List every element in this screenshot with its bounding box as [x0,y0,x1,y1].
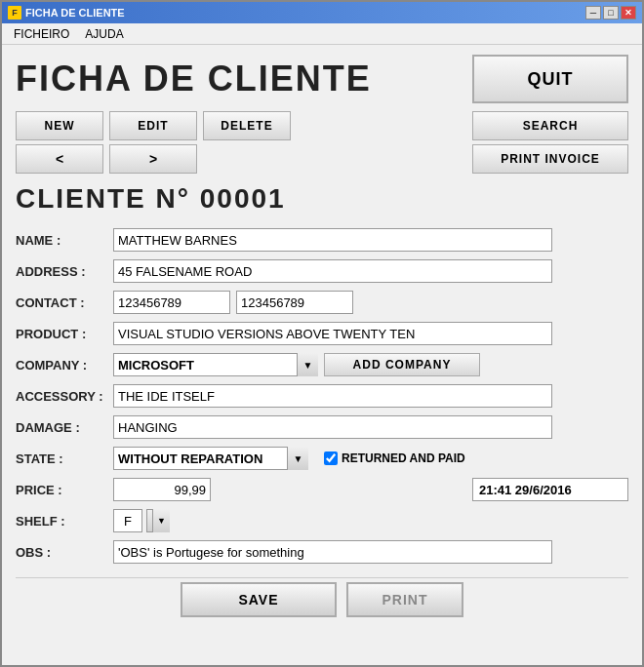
edit-button[interactable]: EDIT [109,111,197,140]
contact-row: CONTACT : [16,289,628,316]
name-row: NAME : [16,226,628,254]
company-select[interactable]: MICROSOFT [113,353,318,376]
right-buttons: SEARCH PRINT INVOICE [472,111,628,174]
print-button[interactable]: PRINT [346,582,463,617]
datetime-display: 21:41 29/6/2016 [472,478,628,501]
company-controls: MICROSOFT ▼ ADD COMPANY [113,353,480,376]
menu-ajuda[interactable]: AJUDA [77,25,131,43]
price-label: PRICE : [16,483,113,497]
quit-button[interactable]: QUIT [472,55,628,103]
contact-inputs [113,291,353,314]
minimize-button[interactable]: ─ [585,6,601,20]
bottom-buttons: SAVE PRINT [16,577,628,617]
buttons-row1: NEW EDIT DELETE [16,111,291,140]
price-right-area: 21:41 29/6/2016 [472,478,628,501]
accessory-input[interactable] [113,384,552,408]
shelf-controls: F ▼ [113,509,170,532]
header-row: FICHA DE CLIENTE QUIT [16,55,628,103]
window-title: FICHA DE CLIENTE [25,7,125,19]
obs-row: OBS : [16,538,628,566]
shelf-input[interactable] [113,509,142,532]
damage-row: DAMAGE : [16,413,628,441]
obs-input[interactable] [113,540,552,564]
title-bar: F FICHA DE CLIENTE ─ □ ✕ [2,2,642,23]
accessory-label: ACCESSORY : [16,389,113,404]
accessory-row: ACCESSORY : [16,382,628,410]
shelf-row: SHELF : F ▼ [16,507,628,534]
returned-paid-checkbox[interactable] [324,451,338,465]
add-company-button[interactable]: ADD COMPANY [324,353,480,376]
contact1-input[interactable] [113,291,230,314]
delete-button[interactable]: DELETE [203,111,291,140]
address-label: ADDRESS : [16,264,113,279]
contact-label: CONTACT : [16,295,113,310]
state-row: STATE : WITHOUT REPARATION ▼ RETURNED AN… [16,445,628,472]
app-title: FICHA DE CLIENTE [16,59,372,99]
company-select-wrapper: MICROSOFT ▼ [113,353,318,376]
client-label: CLIENTE N° [16,183,190,214]
buttons-area: NEW EDIT DELETE < > SEARCH PRINT INVOICE [16,111,628,174]
client-number-value: 00001 [200,183,286,214]
menu-ficheiro[interactable]: FICHEIRO [6,25,77,43]
product-row: PRODUCT : [16,320,628,347]
form-area: NAME : ADDRESS : CONTACT : PRODUCT : [16,226,628,566]
damage-input[interactable] [113,415,552,439]
product-input[interactable] [113,322,552,345]
name-label: NAME : [16,233,113,248]
print-invoice-button[interactable]: PRINT INVOICE [472,144,628,174]
buttons-row2: < > [16,144,291,174]
state-controls: WITHOUT REPARATION ▼ RETURNED AND PAID [113,447,465,470]
damage-label: DAMAGE : [16,420,113,435]
company-label: COMPANY : [16,358,113,373]
title-bar-buttons: ─ □ ✕ [585,6,636,20]
main-window: F FICHA DE CLIENTE ─ □ ✕ FICHEIRO AJUDA … [0,0,644,667]
shelf-dropdown-wrapper: F ▼ [146,509,170,532]
product-label: PRODUCT : [16,327,113,341]
address-row: ADDRESS : [16,257,628,285]
name-input[interactable] [113,228,552,252]
menu-bar: FICHEIRO AJUDA [2,23,642,45]
returned-paid-text: RETURNED AND PAID [342,451,465,465]
client-number: CLIENTE N° 00001 [16,183,628,215]
next-button[interactable]: > [109,144,197,174]
contact2-input[interactable] [236,291,353,314]
price-input[interactable] [113,478,211,501]
shelf-select[interactable]: F [146,509,170,532]
new-button[interactable]: NEW [16,111,103,140]
obs-label: OBS : [16,545,113,560]
search-button[interactable]: SEARCH [472,111,628,140]
returned-paid-label: RETURNED AND PAID [324,451,465,465]
address-input[interactable] [113,259,552,283]
price-row: PRICE : 21:41 29/6/2016 [16,476,628,503]
shelf-label: SHELF : [16,514,113,529]
prev-button[interactable]: < [16,144,103,174]
maximize-button[interactable]: □ [603,6,619,20]
state-select[interactable]: WITHOUT REPARATION [113,447,308,470]
company-row: COMPANY : MICROSOFT ▼ ADD COMPANY [16,351,628,378]
state-label: STATE : [16,451,113,466]
state-select-wrapper: WITHOUT REPARATION ▼ [113,447,308,470]
window-icon: F [8,6,21,20]
title-bar-left: F FICHA DE CLIENTE [8,6,125,20]
save-button[interactable]: SAVE [181,582,337,617]
close-button[interactable]: ✕ [621,6,636,20]
content-area: FICHA DE CLIENTE QUIT NEW EDIT DELETE < … [2,45,642,665]
left-buttons: NEW EDIT DELETE < > [16,111,291,174]
